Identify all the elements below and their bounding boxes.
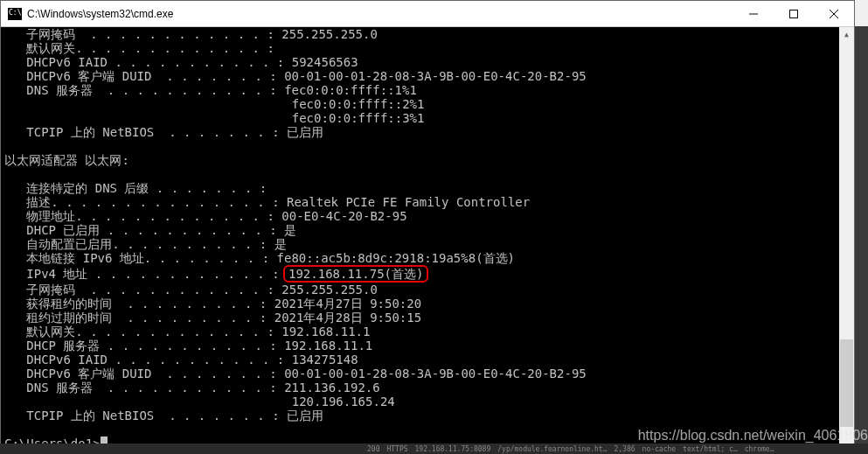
output-line: 默认网关. . . . . . . . . . . . . : bbox=[4, 41, 281, 55]
output-line: 物理地址. . . . . . . . . . . . . : 00-E0-4C… bbox=[4, 209, 407, 223]
scroll-up-icon[interactable]: ▲ bbox=[839, 27, 854, 42]
output-line: 子网掩码 . . . . . . . . . . . . : 255.255.2… bbox=[4, 283, 378, 297]
output-line: 本地链接 IPv6 地址. . . . . . . . : fe80::ac5b… bbox=[4, 251, 515, 265]
terminal-output[interactable]: 子网掩码 . . . . . . . . . . . . : 255.255.2… bbox=[1, 27, 839, 453]
output-line: DNS 服务器 . . . . . . . . . . . : 211.136.… bbox=[4, 381, 380, 395]
output-line: 连接特定的 DNS 后缀 . . . . . . . : bbox=[4, 181, 274, 195]
window-title: C:\Windows\system32\cmd.exe bbox=[27, 8, 733, 20]
scrollbar-track[interactable] bbox=[839, 42, 854, 438]
scrollbar-thumb[interactable] bbox=[840, 339, 853, 427]
output-line: TCPIP 上的 NetBIOS . . . . . . . : 已启用 bbox=[4, 409, 323, 423]
output-line: DHCP 服务器 . . . . . . . . . . . : 192.168… bbox=[4, 339, 372, 353]
output-line: 描述. . . . . . . . . . . . . . . : Realte… bbox=[4, 195, 530, 209]
output-line: 120.196.165.24 bbox=[4, 395, 395, 409]
cmd-window: C:\Windows\system32\cmd.exe 子网掩码 . . . .… bbox=[0, 0, 855, 454]
svg-rect-1 bbox=[790, 10, 798, 17]
output-line: 默认网关. . . . . . . . . . . . . : 192.168.… bbox=[4, 325, 370, 339]
output-line: 获得租约的时间 . . . . . . . . . : 2021年4月27日 9… bbox=[4, 297, 421, 311]
background-window-sliver bbox=[855, 26, 868, 454]
output-line: DHCP 已启用 . . . . . . . . . . . : 是 bbox=[4, 223, 296, 237]
output-line: IPv4 地址 . . . . . . . . . . . . : 192.16… bbox=[4, 267, 425, 281]
output-line: DHCPv6 IAID . . . . . . . . . . . : 1342… bbox=[4, 353, 358, 367]
output-line: DHCPv6 客户端 DUID . . . . . . . : 00-01-00… bbox=[4, 367, 587, 381]
output-line: fec0:0:0:ffff::3%1 bbox=[4, 111, 424, 125]
titlebar[interactable]: C:\Windows\system32\cmd.exe bbox=[1, 1, 854, 27]
output-line: DNS 服务器 . . . . . . . . . . . : fec0:0:0… bbox=[4, 83, 417, 97]
ipv4-highlight: 192.168.11.75(首选) bbox=[283, 265, 428, 283]
output-line: 自动配置已启用. . . . . . . . . . : 是 bbox=[4, 237, 287, 251]
output-line: TCPIP 上的 NetBIOS . . . . . . . : 已启用 bbox=[4, 125, 323, 139]
devtools-strip: 200HTTPS192.168.11.75:8089/yp/module.fea… bbox=[0, 444, 868, 454]
close-button[interactable] bbox=[814, 1, 854, 26]
adapter-header: 以太网适配器 以太网: bbox=[4, 153, 129, 167]
output-line: 子网掩码 . . . . . . . . . . . . : 255.255.2… bbox=[4, 27, 378, 41]
output-line: 租约过期的时间 . . . . . . . . . : 2021年4月28日 9… bbox=[4, 311, 421, 325]
output-line: DHCPv6 客户端 DUID . . . . . . . : 00-01-00… bbox=[4, 69, 587, 83]
output-line: fec0:0:0:ffff::2%1 bbox=[4, 97, 424, 111]
minimize-button[interactable] bbox=[733, 1, 774, 26]
vertical-scrollbar[interactable]: ▲ ▼ bbox=[839, 27, 854, 453]
maximize-button[interactable] bbox=[774, 1, 814, 26]
output-line: DHCPv6 IAID . . . . . . . . . . . : 5924… bbox=[4, 55, 358, 69]
cmd-icon bbox=[8, 8, 22, 20]
